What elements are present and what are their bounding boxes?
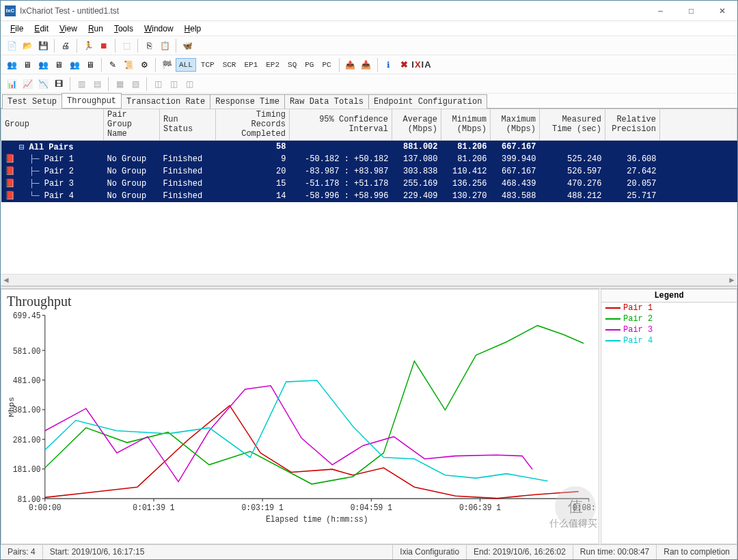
summary-row[interactable]: ⊟ All Pairs58881.00281.206667.167: [1, 141, 737, 153]
throughput-chart: 81.00181.00281.00381.00481.00581.00699.4…: [4, 311, 596, 524]
filter-all[interactable]: ALL: [176, 58, 196, 72]
menu-tools[interactable]: Tools: [110, 23, 137, 35]
screen-icon[interactable]: 🖥: [20, 58, 34, 72]
menu-edit[interactable]: Edit: [30, 23, 53, 35]
paste-icon[interactable]: 📋: [158, 39, 172, 53]
group-icon[interactable]: 👥: [36, 58, 50, 72]
status-start: Start: 2019/10/6, 16:17:15: [43, 545, 394, 559]
filter-pg[interactable]: PG: [301, 58, 317, 72]
mode1-icon: ◫: [151, 77, 165, 91]
menu-file[interactable]: File: [6, 23, 27, 35]
flag-icon[interactable]: 🏁: [160, 58, 174, 72]
stop-icon[interactable]: ⏹: [97, 39, 111, 53]
pair-icon[interactable]: 👥: [68, 58, 81, 72]
svg-text:381.00: 381.00: [13, 406, 41, 416]
tool-icon[interactable]: 🦋: [180, 39, 194, 53]
svg-text:0:08:50: 0:08:50: [573, 503, 596, 513]
window-title: IxChariot Test - untitled1.tst: [20, 6, 645, 16]
table-row[interactable]: 📕 ├─ Pair 3No GroupFinished15-51.178 : +…: [1, 178, 737, 190]
tab-raw-data-totals[interactable]: Raw Data Totals: [284, 94, 369, 109]
legend-item[interactable]: Pair 1: [601, 303, 737, 313]
results-grid: GroupPair Group NameRun StatusTiming Rec…: [1, 109, 737, 202]
copy-icon[interactable]: ⎘: [142, 39, 156, 53]
print-icon[interactable]: 🖨: [59, 39, 72, 53]
layout2-icon: ▤: [90, 77, 104, 91]
edit-icon[interactable]: ✎: [106, 58, 120, 72]
col--confidence-interval[interactable]: 95% Confidence Interval: [290, 109, 392, 141]
col-timing-records-completed[interactable]: Timing Records Completed: [216, 109, 290, 141]
menubar: FileEditViewRunToolsWindowHelp: [1, 21, 737, 36]
statusbar: Pairs: 4 Start: 2019/10/6, 16:17:15 Ixia…: [1, 544, 737, 559]
filter-sq[interactable]: SQ: [284, 58, 300, 72]
minimize-button[interactable]: –: [645, 1, 676, 21]
col-pair-group-name[interactable]: Pair Group Name: [104, 109, 160, 141]
chart4-icon[interactable]: 🎞: [52, 77, 66, 91]
filter-scr[interactable]: SCR: [219, 58, 240, 72]
tab-endpoint-configuration[interactable]: Endpoint Configuration: [368, 94, 487, 109]
toolbar-main: 📄 📂 💾 🖨 🏃 ⏹ ⬚ ⎘ 📋 🦋: [1, 36, 737, 55]
script-icon[interactable]: 📜: [122, 58, 135, 72]
display-icon[interactable]: 🖥: [83, 58, 97, 72]
import-icon[interactable]: 📥: [359, 58, 373, 72]
separator: [115, 39, 115, 53]
menu-view[interactable]: View: [55, 23, 81, 35]
col-relative-precision[interactable]: Relative Precision: [605, 109, 660, 141]
svg-text:0:03:19 1: 0:03:19 1: [242, 503, 284, 513]
results-grid-wrap: GroupPair Group NameRun StatusTiming Rec…: [1, 109, 737, 286]
layout1-icon: ▥: [74, 77, 88, 91]
info-icon[interactable]: ℹ: [382, 58, 396, 72]
legend: Legend Pair 1Pair 2Pair 3Pair 4: [601, 289, 737, 544]
col-measured-time-sec-[interactable]: Measured Time (sec): [540, 109, 605, 141]
separator: [54, 39, 55, 53]
legend-item[interactable]: Pair 3: [601, 324, 737, 335]
config-icon[interactable]: ⚙: [137, 58, 151, 72]
menu-help[interactable]: Help: [180, 23, 206, 35]
table-row[interactable]: 📕 ├─ Pair 1No GroupFinished9-50.182 : +5…: [1, 153, 737, 165]
filter-pc[interactable]: PC: [318, 58, 334, 72]
chart1-icon[interactable]: 📊: [5, 77, 18, 91]
tab-throughput[interactable]: Throughput: [62, 93, 122, 108]
col-minimum-mbps-[interactable]: Minimum (Mbps): [441, 109, 491, 141]
chart3-icon[interactable]: 📉: [36, 77, 50, 91]
filter-buttons: ALLTCPSCREP1EP2SQPGPC: [176, 58, 335, 72]
tab-transaction-rate[interactable]: Transaction Rate: [121, 94, 210, 109]
chart-panel: Throughput 81.00181.00281.00381.00481.00…: [1, 289, 599, 544]
maximize-button[interactable]: □: [676, 1, 707, 21]
status-config: Ixia Configuratio: [393, 545, 467, 559]
table-row[interactable]: 📕 ├─ Pair 2No GroupFinished20-83.987 : +…: [1, 165, 737, 178]
col-maximum-mbps-[interactable]: Maximum (Mbps): [491, 109, 540, 141]
svg-text:0:04:59 1: 0:04:59 1: [351, 503, 392, 513]
tab-response-time[interactable]: Response Time: [210, 94, 285, 109]
export-icon[interactable]: 📤: [344, 58, 357, 72]
separator: [146, 77, 147, 91]
filter-tcp[interactable]: TCP: [197, 58, 218, 72]
run-icon[interactable]: 🏃: [81, 39, 95, 53]
menu-run[interactable]: Run: [84, 23, 107, 35]
new-icon[interactable]: 📄: [5, 39, 18, 53]
tab-test-setup[interactable]: Test Setup: [2, 94, 62, 109]
legend-item[interactable]: Pair 4: [601, 335, 737, 346]
chart-area: Throughput 81.00181.00281.00381.00481.00…: [1, 289, 737, 544]
endpoint-icon[interactable]: 👥: [5, 58, 18, 72]
legend-title: Legend: [601, 290, 737, 303]
save-icon[interactable]: 💾: [36, 39, 50, 53]
table-row[interactable]: 📕 └─ Pair 4No GroupFinished14-58.996 : +…: [1, 190, 737, 202]
col-average-mbps-[interactable]: Average (Mbps): [392, 109, 441, 141]
col-run-status[interactable]: Run Status: [160, 109, 216, 141]
close-button[interactable]: ✕: [707, 1, 737, 21]
separator: [155, 58, 156, 72]
chart2-icon[interactable]: 📈: [20, 77, 34, 91]
col-group[interactable]: Group: [1, 109, 104, 141]
svg-text:181.00: 181.00: [13, 465, 41, 475]
separator: [70, 77, 70, 91]
grid-hscroll[interactable]: ◄►: [1, 274, 737, 285]
filter-ep1[interactable]: EP1: [241, 58, 261, 72]
open-icon[interactable]: 📂: [20, 39, 34, 53]
filter-ep2[interactable]: EP2: [262, 58, 283, 72]
chart-title: Throughput: [4, 292, 596, 311]
legend-item[interactable]: Pair 2: [601, 313, 737, 324]
monitor-icon[interactable]: 🖥: [52, 58, 66, 72]
status-ran: Ran to completion: [657, 545, 737, 559]
menu-window[interactable]: Window: [140, 23, 178, 35]
titlebar: IxC IxChariot Test - untitled1.tst – □ ✕: [1, 1, 737, 21]
